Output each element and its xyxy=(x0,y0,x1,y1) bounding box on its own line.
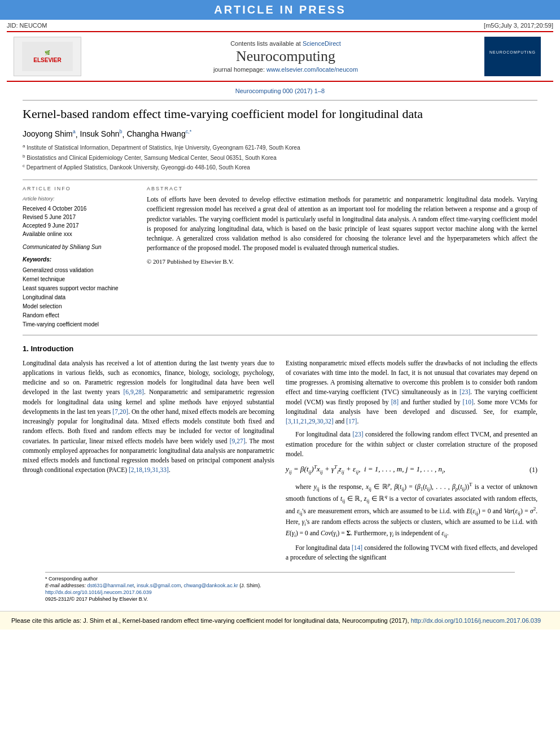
svg-text:ELSEVIER: ELSEVIER xyxy=(33,57,62,63)
doi-link[interactable]: http://dx.doi.org/10.1016/j.neucom.2017.… xyxy=(45,589,152,595)
equation-1-number: (1) xyxy=(530,465,537,475)
author-2: Insuk Sohnb xyxy=(80,129,123,138)
available-date: Available online xxx xyxy=(23,230,135,238)
svg-rect-0 xyxy=(22,42,73,71)
kw-7: Time-varying coefficient model xyxy=(23,320,135,329)
history-label: Article history: xyxy=(23,195,135,203)
contents-link-line: Contents lists available at ScienceDirec… xyxy=(87,40,484,47)
jid-label: JID: NEUCOM xyxy=(7,22,47,29)
journal-issue: Neurocomputing 000 (2017) 1–8 xyxy=(23,88,537,94)
journal-thumb-area: NEUROCOMPUTING xyxy=(484,37,546,76)
journal-homepage: journal homepage: www.elsevier.com/locat… xyxy=(87,66,484,73)
body-rule xyxy=(23,335,537,335)
article-history: Article history: Received 4 October 2016… xyxy=(23,195,135,329)
doi-note: http://dx.doi.org/10.1016/j.neucom.2017.… xyxy=(45,589,515,595)
journal-header-center: Contents lists available at ScienceDirec… xyxy=(87,40,484,73)
citation-bar: Please cite this article as: J. Shim et … xyxy=(0,611,560,630)
equation-1: yij = β(tij)Txij + γTizij + εij, i = 1, … xyxy=(286,464,537,476)
section1-col-right: Existing nonparametric mixed effects mod… xyxy=(286,359,537,566)
kw-2: Kernel technique xyxy=(23,275,135,284)
email-link-2[interactable]: insuk.s@gmail.com xyxy=(137,583,181,588)
journal-header: 🌿 ELSEVIER Contents lists available at S… xyxy=(7,31,553,82)
citation-text: Please cite this article as: J. Shim et … xyxy=(11,617,409,624)
sciencedirect-link[interactable]: ScienceDirect xyxy=(303,40,341,47)
communicated-by: Communicated by Shiliang Sun xyxy=(23,243,135,252)
info-abstract-row: ARTICLE INFO Article history: Received 4… xyxy=(23,186,537,329)
top-meta-bar: JID: NEUCOM [m5G;July 3, 2017;20:59] xyxy=(0,20,560,31)
email-values: dst631@hanmail.net, insuk.s@gmail.com, c… xyxy=(88,583,261,588)
elsevier-logo-area: 🌿 ELSEVIER xyxy=(14,37,87,76)
kw-6: Random effect xyxy=(23,311,135,320)
homepage-link[interactable]: www.elsevier.com/locate/neucom xyxy=(266,66,358,73)
email-note: E-mail addresses: dst631@hanmail.net, in… xyxy=(45,583,515,588)
kw-4: Longitudinal data xyxy=(23,293,135,302)
kw-1: Generalized cross validation xyxy=(23,266,135,275)
keywords-list: Generalized cross validation Kernel tech… xyxy=(23,266,135,329)
received-date: Received 4 October 2016 xyxy=(23,204,135,213)
affiliation-b: b Biostatistics and Clinical Epidemiolog… xyxy=(23,153,537,162)
homepage-label: journal homepage: xyxy=(213,66,265,73)
issn-note: 0925-2312/© 2017 Published by Elsevier B… xyxy=(45,596,515,602)
journal-title: Neurocomputing xyxy=(87,48,484,65)
affiliation-c: c Department of Applied Statistics, Dank… xyxy=(23,163,537,172)
article-title: Kernel-based random effect time-varying … xyxy=(23,106,537,123)
intro-p3: For longitudinal data [23] considered th… xyxy=(286,430,537,459)
email-link-3[interactable]: chwang@dankook.ac.kr xyxy=(183,583,238,588)
intro-p4: where yij is the response, xij ∈ ℝp, β(t… xyxy=(286,481,537,540)
section1-body: Longitudinal data analysis has received … xyxy=(23,359,537,566)
intro-p5: For longitudinal data [14] considered th… xyxy=(286,543,537,563)
svg-text:🌿: 🌿 xyxy=(45,50,50,55)
article-info-heading: ARTICLE INFO xyxy=(23,186,135,191)
affiliation-a: a Institute of Statistical Information, … xyxy=(23,143,537,152)
article-in-press-banner: ARTICLE IN PRESS xyxy=(0,0,560,20)
copyright-line: © 2017 Published by Elsevier B.V. xyxy=(147,258,537,265)
elsevier-logo: 🌿 ELSEVIER xyxy=(14,37,81,76)
authors-line: Jooyong Shima, Insuk Sohnb, Changha Hwan… xyxy=(23,129,537,139)
corresponding-author-note: * Corresponding author xyxy=(45,576,515,582)
mid-rule xyxy=(23,180,537,180)
accepted-date: Accepted 9 June 2017 xyxy=(23,221,135,230)
abstract-col: ABSTRACT Lots of efforts have been devot… xyxy=(147,186,537,329)
equation-1-formula: yij = β(tij)Txij + γTizij + εij, i = 1, … xyxy=(286,464,530,476)
article-info-col: ARTICLE INFO Article history: Received 4… xyxy=(23,186,135,329)
kw-5: Model selection xyxy=(23,302,135,311)
contents-text: Contents lists available at xyxy=(230,40,301,47)
section1-col-left: Longitudinal data analysis has received … xyxy=(23,359,274,566)
intro-p2: Existing nonparametric mixed effects mod… xyxy=(286,359,537,427)
top-rule xyxy=(23,100,537,101)
kw-3: Least squares support vector machine xyxy=(23,284,135,293)
section1-title: 1. Introduction xyxy=(23,344,537,353)
journal-thumbnail: NEUROCOMPUTING xyxy=(484,37,541,76)
affiliations: a Institute of Statistical Information, … xyxy=(23,143,537,172)
abstract-heading: ABSTRACT xyxy=(147,186,537,191)
author-1: Jooyong Shima xyxy=(23,129,76,138)
abstract-text: Lots of efforts have been devoted to dev… xyxy=(147,195,537,254)
keywords-label: Keywords: xyxy=(23,255,135,264)
email-link-1[interactable]: dst631@hanmail.net xyxy=(88,583,134,588)
author-3: Changha Hwangc,* xyxy=(126,129,191,138)
intro-p1: Longitudinal data analysis has received … xyxy=(23,359,274,475)
email-label: E-mail addresses: xyxy=(45,583,86,588)
citation-doi-link[interactable]: http://dx.doi.org/10.1016/j.neucom.2017.… xyxy=(411,617,541,624)
article-body: Neurocomputing 000 (2017) 1–8 Kernel-bas… xyxy=(0,88,560,602)
ref-label: [m5G;July 3, 2017;20:59] xyxy=(484,22,553,29)
revised-date: Revised 5 June 2017 xyxy=(23,213,135,221)
footer-section: * Corresponding author E-mail addresses:… xyxy=(45,572,515,602)
